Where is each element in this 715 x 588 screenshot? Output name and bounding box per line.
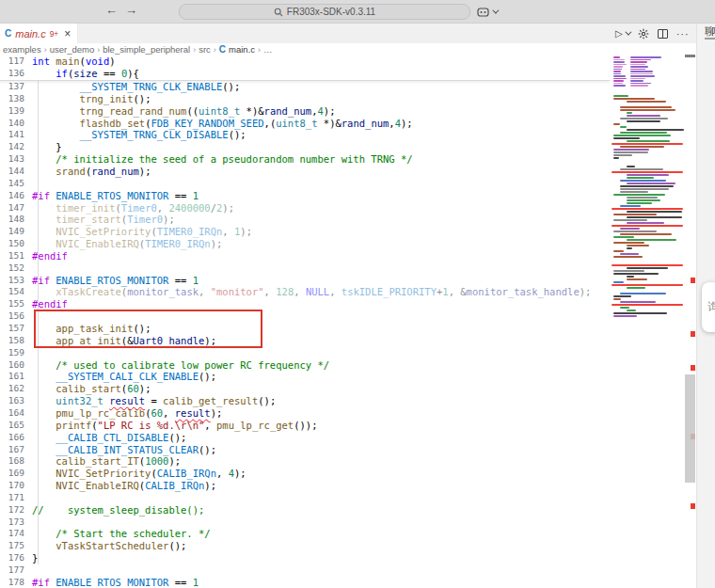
sticky-scroll[interactable]: 117int main(void)136 if(size == 0){ [0,56,610,81]
code-line-168[interactable]: 168 calib_start_IT(1000); [0,455,610,468]
code-line-170[interactable]: 170 NVIC_EnableIRQ(CALIB_IRQn); [0,480,610,492]
code-line-139[interactable]: 139 trng_read_rand_num((uint8_t *)&rand_… [0,105,610,118]
command-center-search[interactable]: FR303x-SDK-v0.3.11 [179,4,470,20]
breadcrumb-item[interactable]: ble_simple_peripheral [103,44,190,55]
line-number[interactable]: 164 [0,407,24,420]
line-number[interactable]: 157 [0,323,24,335]
code-line-171[interactable]: 171 [0,492,610,504]
close-icon[interactable]: × [62,27,71,40]
code-line-143[interactable]: 143 /* initialize the seed of a pseudora… [0,153,610,166]
code-line-146[interactable]: 146#if ENABLE_RTOS_MONITOR == 1 [0,190,610,202]
line-number[interactable]: 169 [0,468,24,480]
gear-icon[interactable] [638,28,649,40]
line-number[interactable]: 139 [0,105,24,118]
line-number[interactable]: 156 [0,310,24,323]
line-number[interactable]: 140 [0,118,24,130]
code-line-142[interactable]: 142 } [0,141,610,153]
breadcrumb-item[interactable]: … [263,44,273,55]
line-number[interactable]: 158 [0,335,24,347]
code-line-174[interactable]: 174 /* Start the scheduler. */ [0,528,610,540]
code-line-137[interactable]: 137 __SYSTEM_TRNG_CLK_ENABLE(); [0,81,610,93]
line-number[interactable]: 138 [0,93,24,105]
code-line-178[interactable]: 178#if ENABLE_RTOS_MONITOR == 1 [0,577,610,588]
line-number[interactable]: 161 [0,371,24,383]
line-number[interactable]: 151 [0,250,24,262]
line-number[interactable]: 145 [0,178,24,190]
code-line-140[interactable]: 140 flashdb_set(FDB_KEY_RANDOM_SEED,(uin… [0,118,610,130]
code-line-173[interactable]: 173 [0,516,610,529]
line-number[interactable]: 163 [0,395,24,407]
right-panel-tab-label[interactable]: 聊 [705,24,715,39]
line-number[interactable]: 171 [0,492,24,504]
line-number[interactable]: 159 [0,347,24,359]
tab-main-c[interactable]: C main.c 9+ × [0,24,78,43]
line-number[interactable]: 178 [0,577,24,588]
line-number[interactable]: 152 [0,262,24,275]
code-line-177[interactable]: 177 [0,564,610,577]
code-line-169[interactable]: 169 NVIC_SetPriority(CALIB_IRQn, 4); [0,468,610,480]
code-line-138[interactable]: 138 trng_init(); [0,93,610,105]
breadcrumb-item[interactable]: src [199,44,211,55]
line-number[interactable]: 147 [0,202,24,215]
scrollbar-thumb[interactable] [685,374,695,483]
line-number[interactable]: 170 [0,480,24,492]
line-number[interactable]: 137 [0,81,24,93]
line-number[interactable]: 172 [0,504,24,516]
line-number[interactable]: 166 [0,432,24,444]
line-number[interactable]: 141 [0,129,24,141]
floating-assistant-button[interactable]: 询 [702,282,715,332]
line-number[interactable]: 144 [0,166,24,178]
line-number[interactable]: 174 [0,528,24,540]
line-number[interactable]: 148 [0,214,24,226]
line-number[interactable]: 143 [0,153,24,166]
code-line-152[interactable]: 152 [0,262,610,275]
line-number[interactable]: 150 [0,238,24,250]
line-number[interactable]: 117 [0,56,24,68]
code-line-141[interactable]: 141 __SYSTEM_TRNG_CLK_DISABLE(); [0,129,610,141]
code-line-175[interactable]: 175 vTaskStartScheduler(); [0,540,610,552]
more-actions-icon[interactable]: ··· [676,28,690,40]
copilot-menu-button[interactable] [477,6,501,18]
run-button[interactable]: ▷ [615,29,629,39]
line-number[interactable]: 165 [0,420,24,432]
code-line-176[interactable]: 176} [0,552,610,564]
code-line-144[interactable]: 144 srand(rand_num); [0,166,610,178]
line-number[interactable]: 175 [0,540,24,552]
code-line-164[interactable]: 164 pmu_lp_rc_calib(60, result); [0,407,610,420]
line-number[interactable]: 173 [0,516,24,529]
breadcrumb-item[interactable]: main.c [229,44,255,55]
code-line-162[interactable]: 162 calib_start(60); [0,383,610,395]
code-line-149[interactable]: 149 NVIC_SetPriority(TIMER0_IRQn, 1); [0,226,610,238]
line-number[interactable]: 168 [0,455,24,468]
line-number[interactable]: 146 [0,190,24,202]
back-arrow-icon[interactable]: ← [105,3,118,17]
line-number[interactable]: 154 [0,286,24,298]
code-line-136[interactable]: 136 if(size == 0){ [0,68,610,80]
breadcrumb-item[interactable]: examples [3,44,41,55]
code-line-117[interactable]: 117int main(void) [0,56,610,68]
line-number[interactable]: 176 [0,552,24,564]
minimap[interactable] [610,56,685,588]
line-number[interactable]: 160 [0,359,24,372]
line-number[interactable]: 155 [0,298,24,310]
code-line-161[interactable]: 161 __SYSTEM_CALI_CLK_ENABLE(); [0,371,610,383]
code-line-145[interactable]: 145 [0,178,610,190]
code-line-153[interactable]: 153#if ENABLE_RTOS_MONITOR == 1 [0,275,610,287]
breadcrumb-item[interactable]: user_demo [50,44,95,55]
code-line-172[interactable]: 172// system_sleep_disable(); [0,504,610,516]
code-editor[interactable]: 137 __SYSTEM_TRNG_CLK_ENABLE();138 trng_… [0,56,610,588]
code-line-151[interactable]: 151#endif [0,250,610,262]
split-editor-icon[interactable] [658,29,668,39]
line-number[interactable]: 142 [0,141,24,153]
code-line-159[interactable]: 159 [0,347,610,359]
code-line-160[interactable]: 160 /* used to calibrate low power RC fr… [0,359,610,372]
code-line-167[interactable]: 167 __CALIB_INT_STATUS_CLEAR(); [0,444,610,456]
code-line-147[interactable]: 147 timer_init(Timer0, 2400000/2); [0,202,610,215]
line-number[interactable]: 149 [0,226,24,238]
forward-arrow-icon[interactable]: → [125,3,137,17]
line-number[interactable]: 167 [0,444,24,456]
line-number[interactable]: 162 [0,383,24,395]
code-line-148[interactable]: 148 timer_start(Timer0); [0,214,610,226]
code-line-163[interactable]: 163 uint32_t result = calib_get_result()… [0,395,610,407]
line-number[interactable]: 177 [0,564,24,577]
